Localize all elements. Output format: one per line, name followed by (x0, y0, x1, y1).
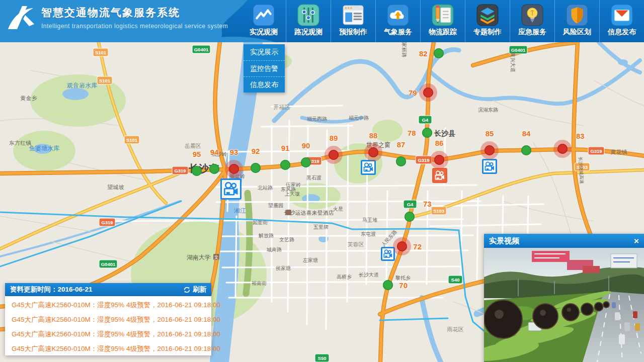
svg-text:黄兴大道: 黄兴大道 (510, 52, 516, 72)
refresh-button[interactable]: 刷新 (183, 285, 206, 294)
station-marker[interactable]: 73 (400, 208, 419, 226)
nav-item-emergency-service[interactable]: 应急服务 (510, 0, 554, 42)
svg-text:福元中路: 福元中路 (349, 115, 369, 121)
svg-text:福元西路: 福元西路 (307, 116, 327, 122)
brand: 智慧交通物流气象服务系统 Intelligent transportation … (5, 3, 228, 32)
line-chart-icon (253, 4, 275, 26)
video-camera-marker[interactable] (482, 159, 497, 174)
svg-text:黄花镇: 黄花镇 (611, 149, 627, 155)
svg-text:G319: G319 (590, 148, 602, 154)
station-marker[interactable]: 95 (188, 162, 206, 180)
station-marker[interactable]: 92 (247, 159, 265, 177)
svg-text:S50: S50 (318, 355, 327, 361)
sliders-icon (297, 4, 319, 26)
nav-item-forecast-production[interactable]: 预报制作 (331, 0, 375, 42)
video-camera-icon (362, 161, 374, 173)
svg-text:岳麓区: 岳麓区 (185, 143, 201, 149)
update-time-label: 资料更新时间：2016-06-21 (10, 285, 183, 294)
station-marker[interactable]: 82 (430, 44, 448, 62)
svg-text:S101: S101 (126, 137, 138, 143)
nav-item-risk-zoning[interactable]: 风险区划 (554, 0, 599, 42)
svg-text:裕南街: 裕南街 (252, 281, 267, 286)
svg-text:东屯渡: 东屯渡 (361, 231, 376, 237)
live-video-header: 实景视频 × (484, 234, 644, 248)
station-marker[interactable]: 87 (392, 152, 410, 170)
video-camera-icon (434, 169, 446, 182)
svg-text:G0401: G0401 (194, 47, 209, 52)
cloud-upload-icon (387, 4, 409, 26)
nav-item-road-observation[interactable]: 路况观测 (286, 0, 331, 42)
svg-text:城南路: 城南路 (266, 247, 282, 252)
svg-text:五里牌: 五里牌 (313, 224, 329, 230)
svg-text:侯家塘: 侯家塘 (275, 265, 291, 271)
svg-text:G4: G4 (407, 202, 414, 207)
station-marker[interactable]: 72 (393, 237, 411, 255)
alert-list-item: G45大广高速K2560-010M：湿度95% 4级预警，2016-06-21 … (12, 312, 211, 327)
refresh-label: 刷新 (193, 285, 206, 294)
station-marker[interactable]: 94 (205, 160, 223, 178)
svg-text:S101: S101 (95, 50, 107, 55)
svg-text:如意街: 如意街 (253, 220, 268, 225)
video-camera-icon (222, 180, 240, 198)
app: G0401 G0401 G0401 G4 G4 S40 S50 G319 G31… (0, 0, 644, 362)
station-marker[interactable]: 78 (418, 124, 436, 142)
header: 智慧交通物流气象服务系统 Intelligent transportation … (0, 0, 644, 42)
app-subtitle: Intelligent transportation logistics met… (41, 23, 228, 30)
submenu-item-info-release[interactable]: 信息发布 (244, 76, 285, 93)
station-marker[interactable]: 85 (480, 141, 499, 159)
station-marker[interactable]: 93 (225, 160, 243, 178)
live-video-title: 实景视频 (489, 236, 634, 246)
svg-text:芙蓉区: 芙蓉区 (348, 241, 364, 247)
svg-text:黑石渡: 黑石渡 (306, 175, 321, 180)
station-marker[interactable]: 89 (325, 146, 343, 164)
svg-text:滨湖东路: 滨湖东路 (478, 107, 498, 113)
svg-text:火星: 火星 (333, 206, 343, 212)
station-marker[interactable]: 86 (430, 151, 448, 169)
station-marker[interactable]: 83 (553, 140, 572, 158)
video-camera-marker-alert[interactable] (432, 168, 447, 183)
station-marker[interactable]: 79 (419, 83, 437, 102)
svg-text:长沙大道: 长沙大道 (359, 272, 379, 278)
app-title: 智慧交通物流气象服务系统 (41, 6, 228, 20)
video-camera-icon (484, 160, 496, 172)
nav-item-topic-production[interactable]: 专题制作 (465, 0, 510, 42)
nav-item-logistics-tracking[interactable]: 物流跟踪 (420, 0, 465, 42)
nav-item-weather-service[interactable]: 气象服务 (375, 0, 420, 42)
svg-text:望麓园: 望麓园 (268, 203, 283, 208)
submenu-item-monitor-alarm[interactable]: 监控告警 (244, 60, 285, 76)
svg-text:S101: S101 (99, 78, 111, 83)
svg-text:G319: G319 (418, 157, 429, 163)
svg-text:G319: G319 (101, 220, 113, 225)
live-video-frame[interactable] (484, 248, 644, 362)
svg-text:文: 文 (214, 255, 219, 260)
alert-list-item: G45大广高速K2560-010M：湿度95% 4级预警，2016-06-21 … (12, 327, 211, 341)
browser-window-icon (342, 4, 364, 26)
svg-text:黄金乡: 黄金乡 (21, 95, 37, 101)
station-marker[interactable]: 70 (379, 276, 397, 294)
svg-text:长沙县: 长沙县 (434, 129, 455, 137)
svg-text:文艺路: 文艺路 (279, 237, 294, 242)
submenu-item-realtime-display[interactable]: 实况展示 (244, 44, 285, 60)
main-nav: 实况观测 路况观测 预报制作 (242, 0, 644, 42)
envelope-icon (611, 4, 633, 26)
close-icon[interactable]: × (634, 237, 639, 245)
svg-text:马王堆: 马王堆 (362, 217, 377, 223)
station-marker[interactable]: 91 (276, 156, 294, 174)
svg-text:G4: G4 (422, 117, 429, 123)
nav-item-realtime-observation[interactable]: 实况观测 (242, 0, 286, 42)
svg-text:望城坡: 望城坡 (108, 184, 124, 190)
svg-text:黎托乡: 黎托乡 (395, 275, 411, 281)
video-camera-marker[interactable] (220, 178, 242, 200)
video-camera-icon (382, 248, 393, 259)
station-marker[interactable]: 84 (517, 141, 535, 159)
nav-item-info-release[interactable]: 信息发布 (599, 0, 644, 42)
svg-text:鱼婆塘水库: 鱼婆塘水库 (29, 145, 59, 152)
hotel-poi-icon (286, 210, 291, 215)
logo-icon (5, 3, 36, 32)
alert-panel-header: 资料更新时间：2016-06-21 刷新 (5, 283, 211, 296)
station-marker[interactable]: 88 (364, 143, 382, 161)
refresh-icon (183, 286, 191, 294)
station-marker[interactable]: 90 (297, 153, 315, 171)
video-camera-marker[interactable] (361, 160, 376, 175)
svg-text:开福区: 开福区 (274, 104, 290, 110)
